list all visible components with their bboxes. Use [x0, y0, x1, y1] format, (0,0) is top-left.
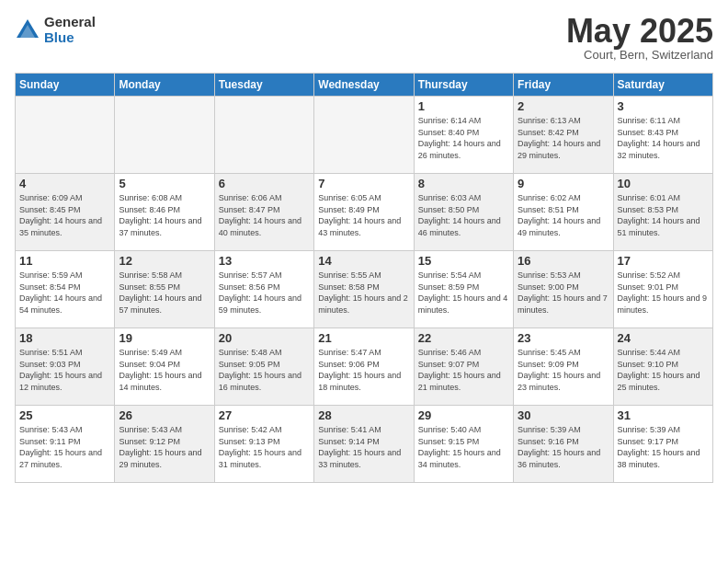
logo-text: General Blue [44, 15, 96, 45]
day-info: Sunrise: 5:58 AM Sunset: 8:55 PM Dayligh… [119, 270, 210, 316]
calendar-cell: 8Sunrise: 6:03 AM Sunset: 8:50 PM Daylig… [414, 174, 513, 251]
weekday-header-saturday: Saturday [613, 74, 712, 97]
day-number: 19 [119, 331, 210, 345]
calendar-cell: 29Sunrise: 5:40 AM Sunset: 9:15 PM Dayli… [414, 406, 513, 483]
day-info: Sunrise: 5:53 AM Sunset: 9:00 PM Dayligh… [518, 270, 609, 316]
day-info: Sunrise: 6:08 AM Sunset: 8:46 PM Dayligh… [119, 192, 210, 238]
day-info: Sunrise: 5:52 AM Sunset: 9:01 PM Dayligh… [618, 270, 709, 316]
day-number: 26 [119, 408, 210, 422]
day-info: Sunrise: 5:59 AM Sunset: 8:54 PM Dayligh… [19, 270, 110, 316]
day-info: Sunrise: 5:40 AM Sunset: 9:15 PM Dayligh… [418, 424, 509, 470]
day-info: Sunrise: 5:57 AM Sunset: 8:56 PM Dayligh… [219, 270, 310, 316]
calendar-cell: 22Sunrise: 5:46 AM Sunset: 9:07 PM Dayli… [414, 328, 513, 406]
calendar-cell: 10Sunrise: 6:01 AM Sunset: 8:53 PM Dayli… [613, 174, 712, 251]
weekday-header-tuesday: Tuesday [214, 74, 313, 97]
calendar-cell: 27Sunrise: 5:42 AM Sunset: 9:13 PM Dayli… [214, 406, 313, 483]
day-number: 11 [19, 254, 110, 268]
day-info: Sunrise: 5:45 AM Sunset: 9:09 PM Dayligh… [518, 347, 609, 393]
week-row-1: 1Sunrise: 6:14 AM Sunset: 8:40 PM Daylig… [16, 97, 713, 174]
day-info: Sunrise: 5:43 AM Sunset: 9:12 PM Dayligh… [119, 424, 210, 470]
weekday-header-friday: Friday [514, 74, 613, 97]
calendar-cell: 12Sunrise: 5:58 AM Sunset: 8:55 PM Dayli… [115, 251, 214, 328]
calendar-cell: 28Sunrise: 5:41 AM Sunset: 9:14 PM Dayli… [314, 406, 414, 483]
day-number: 22 [418, 331, 509, 345]
day-number: 10 [618, 177, 709, 190]
calendar-cell: 1Sunrise: 6:14 AM Sunset: 8:40 PM Daylig… [414, 97, 513, 174]
calendar-cell: 24Sunrise: 5:44 AM Sunset: 9:10 PM Dayli… [613, 328, 712, 406]
day-info: Sunrise: 5:39 AM Sunset: 9:16 PM Dayligh… [518, 424, 609, 470]
calendar-cell: 3Sunrise: 6:11 AM Sunset: 8:43 PM Daylig… [613, 97, 712, 174]
day-info: Sunrise: 6:14 AM Sunset: 8:40 PM Dayligh… [418, 115, 509, 161]
logo-icon [15, 17, 40, 43]
day-info: Sunrise: 5:55 AM Sunset: 8:58 PM Dayligh… [318, 270, 409, 316]
calendar-cell: 30Sunrise: 5:39 AM Sunset: 9:16 PM Dayli… [514, 406, 613, 483]
day-info: Sunrise: 5:47 AM Sunset: 9:06 PM Dayligh… [318, 347, 409, 393]
day-info: Sunrise: 5:44 AM Sunset: 9:10 PM Dayligh… [618, 347, 709, 393]
weekday-header-row: SundayMondayTuesdayWednesdayThursdayFrid… [16, 74, 713, 97]
day-info: Sunrise: 6:06 AM Sunset: 8:47 PM Dayligh… [219, 192, 310, 238]
calendar-table: SundayMondayTuesdayWednesdayThursdayFrid… [15, 73, 713, 483]
subtitle: Court, Bern, Switzerland [566, 48, 713, 62]
week-row-5: 25Sunrise: 5:43 AM Sunset: 9:11 PM Dayli… [16, 406, 713, 483]
day-info: Sunrise: 6:09 AM Sunset: 8:45 PM Dayligh… [19, 192, 110, 238]
day-number: 29 [418, 408, 509, 422]
weekday-header-wednesday: Wednesday [314, 74, 414, 97]
title-section: May 2025 Court, Bern, Switzerland [566, 15, 713, 62]
day-number: 9 [518, 177, 609, 190]
day-number: 3 [618, 99, 709, 113]
calendar-cell: 20Sunrise: 5:48 AM Sunset: 9:05 PM Dayli… [214, 328, 313, 406]
calendar-cell: 7Sunrise: 6:05 AM Sunset: 8:49 PM Daylig… [314, 174, 414, 251]
week-row-2: 4Sunrise: 6:09 AM Sunset: 8:45 PM Daylig… [16, 174, 713, 251]
day-number: 7 [318, 177, 409, 190]
week-row-3: 11Sunrise: 5:59 AM Sunset: 8:54 PM Dayli… [16, 251, 713, 328]
calendar-cell [115, 97, 214, 174]
day-number: 15 [418, 254, 509, 268]
calendar-cell: 5Sunrise: 6:08 AM Sunset: 8:46 PM Daylig… [115, 174, 214, 251]
day-number: 4 [19, 177, 110, 190]
day-info: Sunrise: 6:03 AM Sunset: 8:50 PM Dayligh… [418, 192, 509, 238]
calendar-cell: 2Sunrise: 6:13 AM Sunset: 8:42 PM Daylig… [514, 97, 613, 174]
day-number: 28 [318, 408, 409, 422]
calendar-cell: 9Sunrise: 6:02 AM Sunset: 8:51 PM Daylig… [514, 174, 613, 251]
calendar-cell: 6Sunrise: 6:06 AM Sunset: 8:47 PM Daylig… [214, 174, 313, 251]
day-number: 6 [219, 177, 310, 190]
day-number: 25 [19, 408, 110, 422]
weekday-header-sunday: Sunday [16, 74, 115, 97]
day-info: Sunrise: 5:43 AM Sunset: 9:11 PM Dayligh… [19, 424, 110, 470]
calendar-cell [16, 97, 115, 174]
page-container: General Blue May 2025 Court, Bern, Switz… [0, 0, 728, 490]
day-number: 13 [219, 254, 310, 268]
week-row-4: 18Sunrise: 5:51 AM Sunset: 9:03 PM Dayli… [16, 328, 713, 406]
calendar-cell [314, 97, 414, 174]
day-number: 18 [19, 331, 110, 345]
calendar-cell: 19Sunrise: 5:49 AM Sunset: 9:04 PM Dayli… [115, 328, 214, 406]
month-title: May 2025 [566, 15, 713, 48]
day-number: 12 [119, 254, 210, 268]
day-info: Sunrise: 6:05 AM Sunset: 8:49 PM Dayligh… [318, 192, 409, 238]
calendar-cell: 4Sunrise: 6:09 AM Sunset: 8:45 PM Daylig… [16, 174, 115, 251]
logo-general-text: General [44, 15, 96, 30]
day-info: Sunrise: 5:54 AM Sunset: 8:59 PM Dayligh… [418, 270, 509, 316]
day-info: Sunrise: 5:46 AM Sunset: 9:07 PM Dayligh… [418, 347, 509, 393]
logo-blue-text: Blue [44, 30, 96, 46]
calendar-cell: 13Sunrise: 5:57 AM Sunset: 8:56 PM Dayli… [214, 251, 313, 328]
calendar-cell: 31Sunrise: 5:39 AM Sunset: 9:17 PM Dayli… [613, 406, 712, 483]
day-number: 21 [318, 331, 409, 345]
day-info: Sunrise: 5:42 AM Sunset: 9:13 PM Dayligh… [219, 424, 310, 470]
day-number: 8 [418, 177, 509, 190]
header: General Blue May 2025 Court, Bern, Switz… [15, 15, 713, 62]
day-number: 1 [418, 99, 509, 113]
day-number: 5 [119, 177, 210, 190]
weekday-header-thursday: Thursday [414, 74, 513, 97]
calendar-cell: 23Sunrise: 5:45 AM Sunset: 9:09 PM Dayli… [514, 328, 613, 406]
day-number: 30 [518, 408, 609, 422]
day-number: 27 [219, 408, 310, 422]
weekday-header-monday: Monday [115, 74, 214, 97]
calendar-cell: 15Sunrise: 5:54 AM Sunset: 8:59 PM Dayli… [414, 251, 513, 328]
day-number: 2 [518, 99, 609, 113]
calendar-cell [214, 97, 313, 174]
day-info: Sunrise: 5:41 AM Sunset: 9:14 PM Dayligh… [318, 424, 409, 470]
day-info: Sunrise: 5:49 AM Sunset: 9:04 PM Dayligh… [119, 347, 210, 393]
day-info: Sunrise: 6:13 AM Sunset: 8:42 PM Dayligh… [518, 115, 609, 161]
calendar-cell: 18Sunrise: 5:51 AM Sunset: 9:03 PM Dayli… [16, 328, 115, 406]
